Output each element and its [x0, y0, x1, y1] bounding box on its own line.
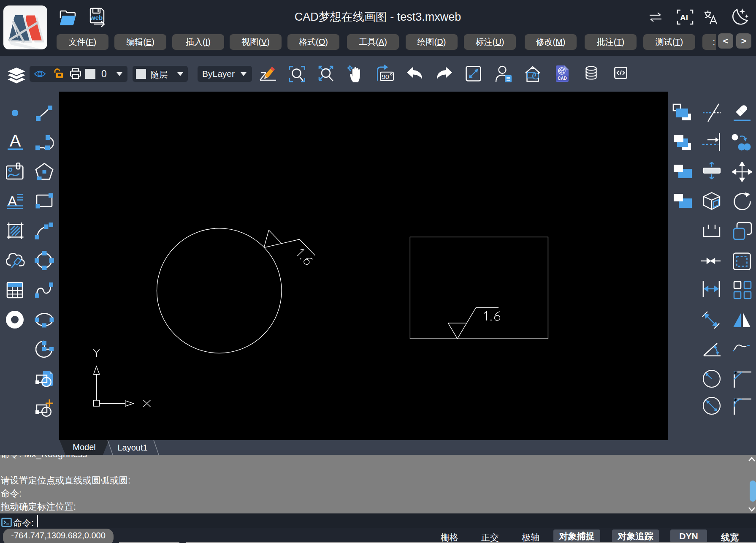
svg-text:Layout1: Layout1: [117, 443, 147, 452]
svg-text:CAD: CAD: [558, 76, 567, 81]
svg-text:A: A: [8, 193, 17, 209]
svg-text:90: 90: [382, 73, 390, 80]
svg-text:AI: AI: [680, 13, 688, 22]
svg-text:A: A: [10, 133, 21, 150]
svg-text:web: web: [90, 14, 103, 21]
